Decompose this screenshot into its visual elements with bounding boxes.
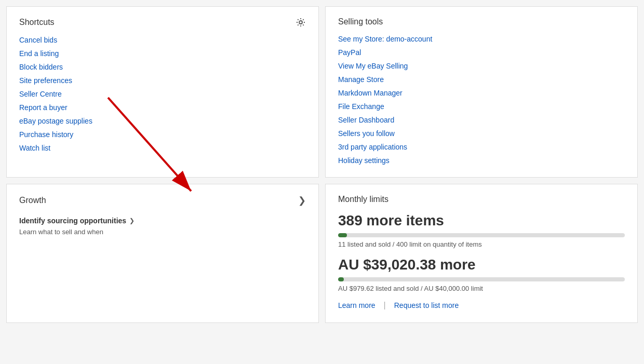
selling-tool-link[interactable]: Manage Store xyxy=(338,75,384,84)
monthly-limits-title: Monthly limits xyxy=(338,195,625,204)
items-progress-label: 11 listed and sold / 400 limit on quanti… xyxy=(338,240,625,248)
list-item: Purchase history xyxy=(19,130,306,139)
shortcut-link[interactable]: Report a buyer xyxy=(19,103,68,112)
list-item: Sellers you follow xyxy=(338,129,625,138)
selling-tool-link[interactable]: Holiday settings xyxy=(338,156,390,165)
amount-progress-fill xyxy=(338,277,344,281)
learn-more-link[interactable]: Learn more xyxy=(338,301,375,309)
list-item: 3rd party applications xyxy=(338,143,625,151)
list-item: eBay postage supplies xyxy=(19,117,306,125)
list-item: Seller Centre xyxy=(19,90,306,98)
selling-tool-link[interactable]: 3rd party applications xyxy=(338,143,407,151)
items-remaining: 389 more items xyxy=(338,212,625,229)
shortcut-link[interactable]: Cancel bids xyxy=(19,36,57,44)
list-item: Manage Store xyxy=(338,75,625,84)
shortcut-link[interactable]: Purchase history xyxy=(19,130,73,139)
identify-chevron-icon: ❯ xyxy=(129,217,135,224)
list-item: Cancel bids xyxy=(19,36,306,44)
shortcut-link[interactable]: Site preferences xyxy=(19,76,72,85)
selling-tool-link[interactable]: File Exchange xyxy=(338,102,384,111)
list-item: Site preferences xyxy=(19,76,306,85)
growth-card: Growth ❯ Identify sourcing opportunities… xyxy=(6,184,319,323)
monthly-limits-card: Monthly limits 389 more items 11 listed … xyxy=(325,184,638,323)
shortcuts-list: Cancel bidsEnd a listingBlock biddersSit… xyxy=(19,36,306,152)
shortcuts-card: Shortcuts Cancel bidsEnd a listingBlock … xyxy=(6,6,319,178)
gear-icon[interactable] xyxy=(296,17,306,28)
list-item: Report a buyer xyxy=(19,103,306,112)
selling-tool-link[interactable]: Sellers you follow xyxy=(338,129,395,138)
amount-progress-track xyxy=(338,277,625,281)
selling-tools-card: Selling tools See my Store: demo-account… xyxy=(325,6,638,178)
monthly-links-container: Learn more | Request to list more xyxy=(338,301,625,310)
list-item: View My eBay Selling xyxy=(338,62,625,70)
request-more-link[interactable]: Request to list more xyxy=(394,301,459,309)
growth-chevron-icon[interactable]: ❯ xyxy=(298,195,306,206)
items-progress-track xyxy=(338,233,625,237)
shortcuts-title: Shortcuts xyxy=(19,18,55,27)
list-item: Block bidders xyxy=(19,63,306,71)
amount-progress-label: AU $979.62 listed and sold / AU $40,000.… xyxy=(338,285,625,292)
selling-tool-link[interactable]: Markdown Manager xyxy=(338,89,403,97)
amount-remaining: AU $39,020.38 more xyxy=(338,257,625,273)
selling-tool-link[interactable]: Seller Dashboard xyxy=(338,116,394,124)
svg-point-0 xyxy=(299,21,302,24)
list-item: Holiday settings xyxy=(338,156,625,165)
shortcut-link[interactable]: Watch list xyxy=(19,144,50,152)
identify-link[interactable]: Identify sourcing opportunities xyxy=(19,217,126,225)
selling-tool-link[interactable]: View My eBay Selling xyxy=(338,62,408,70)
list-item: Watch list xyxy=(19,144,306,152)
links-divider: | xyxy=(384,301,386,310)
shortcut-link[interactable]: Seller Centre xyxy=(19,90,62,98)
shortcut-link[interactable]: End a listing xyxy=(19,49,59,58)
selling-tool-link[interactable]: See my Store: demo-account xyxy=(338,35,432,43)
selling-tool-link[interactable]: PayPal xyxy=(338,48,361,57)
list-item: Markdown Manager xyxy=(338,89,625,97)
selling-tools-list: See my Store: demo-accountPayPalView My … xyxy=(338,35,625,165)
list-item: Seller Dashboard xyxy=(338,116,625,124)
list-item: File Exchange xyxy=(338,102,625,111)
identify-sub: Learn what to sell and when xyxy=(19,228,306,236)
shortcut-link[interactable]: eBay postage supplies xyxy=(19,117,92,125)
list-item: End a listing xyxy=(19,49,306,58)
items-progress-fill xyxy=(338,233,347,237)
list-item: PayPal xyxy=(338,48,625,57)
list-item: See my Store: demo-account xyxy=(338,35,625,43)
selling-tools-title: Selling tools xyxy=(338,17,625,26)
shortcut-link[interactable]: Block bidders xyxy=(19,63,63,71)
growth-title: Growth xyxy=(19,196,46,205)
